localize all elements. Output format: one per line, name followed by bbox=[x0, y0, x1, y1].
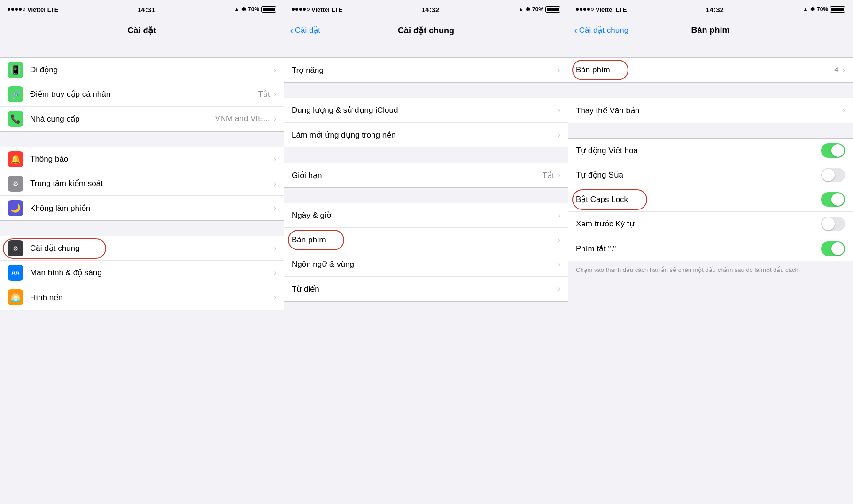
item-label-tronang: Trợ năng bbox=[292, 65, 558, 75]
status-icons-3: ▲ ✱ 70% bbox=[803, 6, 845, 13]
general-icon: ⚙ bbox=[8, 240, 23, 256]
bluetooth-icon-3: ✱ bbox=[810, 6, 815, 13]
display-icon: AA bbox=[8, 265, 23, 281]
item-label-auto-correct: Tự động Sửa bbox=[576, 170, 821, 180]
item-label-shortcut: Phím tắt "." bbox=[576, 244, 821, 254]
chevron-icon: › bbox=[274, 66, 276, 74]
item-label-auto-caps: Tự động Viết hoa bbox=[576, 146, 821, 155]
back-label-3: Cài đặt chung bbox=[579, 25, 628, 35]
status-bar-3: Viettel LTE 14:32 ▲ ✱ 70% bbox=[568, 0, 853, 19]
carrier-name-2: Viettel bbox=[311, 6, 330, 13]
chevron-icon: › bbox=[843, 106, 845, 115]
chevron-icon: › bbox=[558, 211, 560, 220]
chevron-icon: › bbox=[558, 131, 560, 139]
battery-icon-3 bbox=[830, 6, 845, 13]
item-label-char-preview: Xem trước Ký tự bbox=[576, 219, 821, 229]
chevron-icon: › bbox=[558, 66, 560, 74]
carrier-1: Viettel LTE bbox=[8, 6, 58, 13]
status-icons-2: ▲ ✱ 70% bbox=[518, 6, 560, 13]
chevron-icon: › bbox=[558, 171, 560, 179]
item-label-display: Màn hình & độ sáng bbox=[30, 268, 274, 278]
time-2: 14:32 bbox=[421, 6, 439, 14]
hotspot-icon: 🔗 bbox=[8, 86, 23, 102]
network-type-2: LTE bbox=[332, 6, 343, 13]
list-item[interactable]: 🌅 Hình nền › bbox=[0, 285, 284, 310]
chevron-icon: › bbox=[558, 236, 560, 244]
status-bar-2: Viettel LTE 14:32 ▲ ✱ 70% bbox=[284, 0, 568, 19]
toggle-auto-correct[interactable] bbox=[821, 168, 845, 182]
location-icon: ▲ bbox=[234, 6, 240, 13]
nav-title-1: Cài đặt bbox=[127, 25, 156, 36]
status-icons-1: ▲ ✱ 70% bbox=[234, 6, 276, 13]
settings-group-1-2: 🔔 Thông báo › ⚙ Trung tâm kiểm soát › 🌙 … bbox=[0, 147, 284, 221]
list-item[interactable]: AA Màn hình & độ sáng › bbox=[0, 261, 284, 285]
toggle-shortcut[interactable] bbox=[821, 241, 845, 256]
item-label-datetime: Ngày & giờ bbox=[292, 210, 558, 220]
back-chevron-icon: ‹ bbox=[290, 25, 293, 36]
item-label-di-dong: Di động bbox=[30, 65, 274, 75]
item-label-notifications: Thông báo bbox=[30, 155, 274, 164]
chevron-icon: › bbox=[274, 155, 276, 163]
list-item[interactable]: Ngôn ngữ & vùng › bbox=[284, 252, 568, 277]
list-item[interactable]: Từ điển › bbox=[284, 277, 568, 301]
status-bar-1: Viettel LTE 14:31 ▲ ✱ 70% bbox=[0, 0, 284, 19]
bluetooth-icon-2: ✱ bbox=[526, 6, 530, 13]
list-item-caps-lock[interactable]: Bật Caps Lock bbox=[568, 187, 853, 212]
back-label-2: Cài đặt bbox=[295, 25, 320, 35]
settings-group-3-2: Thay thế Văn bản › bbox=[568, 98, 853, 123]
chevron-icon: › bbox=[558, 260, 560, 269]
list-item[interactable]: Ngày & giờ › bbox=[284, 203, 568, 228]
list-item[interactable]: 📞 Nhà cung cấp VNM and VIE... › bbox=[0, 107, 284, 131]
settings-list-3: Bàn phím 4 › Thay thế Văn bản › Tự động … bbox=[568, 42, 853, 504]
carrier-name-3: Viettel bbox=[596, 6, 614, 13]
list-item-auto-caps[interactable]: Tự động Viết hoa bbox=[568, 139, 853, 163]
settings-group-3-3: Tự động Viết hoa Tự động Sửa Bật Caps Lo… bbox=[568, 138, 853, 261]
location-icon-3: ▲ bbox=[803, 6, 808, 13]
list-item-banphim[interactable]: Bàn phím 4 › bbox=[568, 58, 853, 82]
list-item[interactable]: Giới hạn Tắt › bbox=[284, 163, 568, 187]
list-item-char-preview[interactable]: Xem trước Ký tự bbox=[568, 212, 853, 236]
network-type-3: LTE bbox=[616, 6, 627, 13]
panel-keyboard: Viettel LTE 14:32 ▲ ✱ 70% ‹ Cài đặt chun… bbox=[568, 0, 853, 504]
carrier-3: Viettel LTE bbox=[576, 6, 627, 13]
panel-settings: Viettel LTE 14:31 ▲ ✱ 70% Cài đặt 📳 Di đ… bbox=[0, 0, 284, 504]
nav-back-3[interactable]: ‹ Cài đặt chung bbox=[574, 25, 628, 36]
item-label-refresh: Làm mới ứng dụng trong nền bbox=[292, 130, 558, 140]
time-3: 14:32 bbox=[706, 6, 724, 14]
battery-label-1: 70% bbox=[248, 6, 259, 13]
list-item-replace-text[interactable]: Thay thế Văn bản › bbox=[568, 98, 853, 123]
list-item[interactable]: Dung lượng & sử dụng iCloud › bbox=[284, 98, 568, 123]
toggle-caps-lock[interactable] bbox=[821, 192, 845, 207]
list-item-shortcut[interactable]: Phím tắt "." bbox=[568, 236, 853, 261]
list-item[interactable]: 🔔 Thông báo › bbox=[0, 147, 284, 171]
item-label-language: Ngôn ngữ & vùng bbox=[292, 259, 558, 269]
settings-group-3-1: Bàn phím 4 › bbox=[568, 57, 853, 83]
item-label-banphim: Bàn phím bbox=[576, 65, 834, 75]
chevron-icon: › bbox=[274, 204, 276, 212]
item-label-dnd: Không làm phiền bbox=[30, 203, 274, 213]
item-label-general: Cài đặt chung bbox=[30, 243, 274, 253]
list-item[interactable]: 📳 Di động › bbox=[0, 58, 284, 82]
control-center-icon: ⚙ bbox=[8, 176, 23, 192]
list-item-keyboard[interactable]: Bàn phím › bbox=[284, 228, 568, 252]
list-item[interactable]: 🔗 Điểm truy cập cá nhân Tắt › bbox=[0, 82, 284, 107]
location-icon-2: ▲ bbox=[518, 6, 524, 13]
list-item[interactable]: ⚙ Trung tâm kiểm soát › bbox=[0, 171, 284, 196]
list-item[interactable]: 🌙 Không làm phiền › bbox=[0, 196, 284, 220]
nav-back-2[interactable]: ‹ Cài đặt bbox=[290, 25, 320, 36]
nav-bar-3: ‹ Cài đặt chung Bàn phím bbox=[568, 19, 853, 42]
dnd-icon: 🌙 bbox=[8, 200, 23, 216]
item-label-caps-lock: Bật Caps Lock bbox=[576, 194, 821, 204]
list-item-general[interactable]: ⚙ Cài đặt chung › bbox=[0, 236, 284, 261]
battery-label-2: 70% bbox=[532, 6, 543, 13]
item-label-replace-text: Thay thế Văn bản bbox=[576, 106, 843, 116]
list-item-auto-correct[interactable]: Tự động Sửa bbox=[568, 163, 853, 187]
nav-bar-1: Cài đặt bbox=[0, 19, 284, 42]
toggle-char-preview[interactable] bbox=[821, 217, 845, 231]
network-type-1: LTE bbox=[47, 6, 59, 13]
item-label-limit: Giới hạn bbox=[292, 171, 543, 180]
list-item[interactable]: Trợ năng › bbox=[284, 58, 568, 82]
list-item[interactable]: Làm mới ứng dụng trong nền › bbox=[284, 123, 568, 147]
toggle-auto-caps[interactable] bbox=[821, 143, 845, 158]
panel-general: Viettel LTE 14:32 ▲ ✱ 70% ‹ Cài đặt Cài … bbox=[284, 0, 568, 504]
